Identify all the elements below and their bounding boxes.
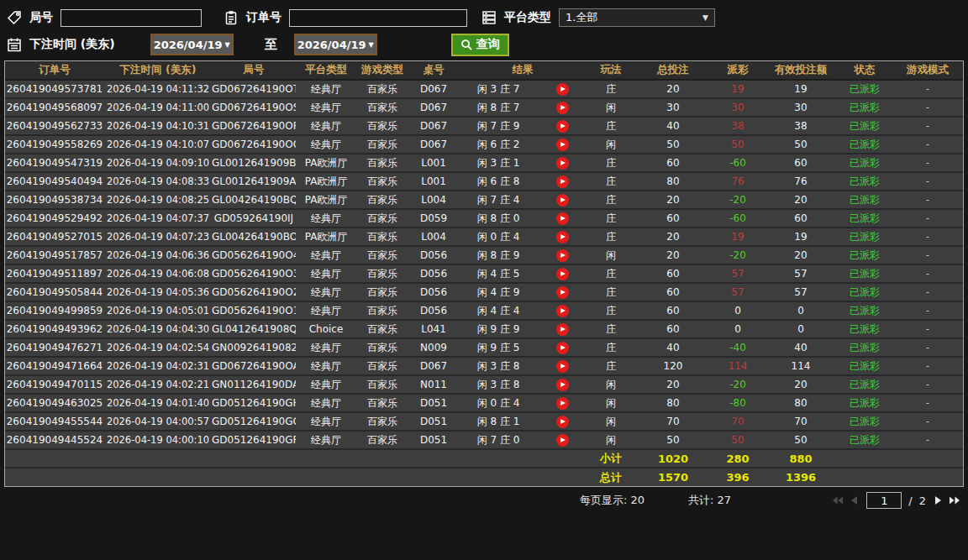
round-id-input[interactable] — [60, 9, 202, 27]
play-icon[interactable] — [556, 83, 569, 96]
play-icon[interactable] — [556, 323, 569, 336]
play-icon[interactable] — [556, 379, 569, 391]
total-bet-cell: 70 — [635, 412, 711, 431]
play-icon[interactable] — [556, 120, 569, 133]
status-cell: 已派彩 — [837, 283, 892, 301]
round-id-cell: GD067264190OA — [212, 357, 296, 375]
bet-time-cell: 2026-04-19 04:11:00 — [104, 98, 212, 117]
play-type-cell: 庄 — [587, 301, 635, 320]
date-from-picker[interactable]: 2026/04/19 ▼ — [150, 34, 234, 55]
payout-cell: -40 — [711, 338, 765, 357]
platform-cell: PA欧洲厅 — [296, 154, 356, 172]
total-bet-cell: 20 — [635, 191, 711, 209]
bet-time-cell: 2026-04-19 04:00:10 — [104, 431, 212, 449]
bet-time-cell: 2026-04-19 04:04:30 — [104, 320, 212, 338]
chevron-down-icon: ▼ — [702, 13, 708, 22]
platform-cell: 经典厅 — [296, 394, 356, 412]
platform-cell: 经典厅 — [296, 283, 356, 301]
order-id-input[interactable] — [289, 9, 467, 27]
play-icon[interactable] — [556, 397, 569, 410]
play-type-cell: 庄 — [587, 320, 635, 338]
play-icon[interactable] — [556, 157, 569, 170]
play-icon[interactable] — [556, 102, 569, 114]
summary-label: 总计 — [587, 468, 635, 486]
bet-time-cell: 2026-04-19 04:09:10 — [104, 154, 212, 172]
payout-cell: 70 — [711, 412, 765, 431]
table-no-cell: D056 — [408, 246, 459, 264]
bet-time-cell: 2026-04-19 04:06:36 — [104, 246, 212, 264]
result-cell: 闲 3 庄 7 — [459, 80, 587, 98]
play-icon[interactable] — [556, 249, 569, 262]
bet-time-cell: 2026-04-19 04:02:54 — [104, 338, 212, 357]
result-cell: 闲 3 庄 1 — [459, 154, 587, 172]
play-icon[interactable] — [556, 416, 569, 428]
table-no-cell: L001 — [408, 172, 459, 191]
play-icon[interactable] — [556, 342, 569, 354]
order-id-cell: 260419049547319 — [5, 154, 104, 172]
platform-type-select[interactable]: 1.全部 ▼ — [559, 8, 715, 27]
order-id-cell: 260419049538734 — [5, 191, 104, 209]
game-type-cell: 百家乐 — [356, 246, 408, 264]
search-button[interactable]: 查询 — [451, 34, 509, 56]
payout-cell: -60 — [711, 209, 765, 228]
table-row: 2604190494630252026-04-19 04:01:40GD0512… — [5, 394, 963, 412]
total-bet-cell: 20 — [635, 246, 711, 264]
play-icon[interactable] — [556, 231, 569, 243]
result-text: 闲 3 庄 8 — [459, 359, 538, 374]
status-cell: 已派彩 — [837, 117, 892, 135]
date-from-value: 2026/04/19 — [154, 39, 223, 51]
play-icon[interactable] — [556, 194, 569, 207]
clipboard-icon — [224, 9, 242, 26]
round-id-cell: GD067264190OT — [212, 80, 296, 98]
total-bet-cell: 20 — [635, 80, 711, 98]
game-mode-cell: - — [892, 264, 963, 283]
status-cell: 已派彩 — [837, 375, 892, 394]
bet-time-cell: 2026-04-19 04:02:31 — [104, 357, 212, 375]
round-id-cell: GD067264190OQ — [212, 135, 296, 154]
valid-bet-cell: 60 — [765, 154, 837, 172]
result-text: 闲 8 庄 0 — [459, 212, 538, 226]
payout-cell: -20 — [711, 191, 765, 209]
bet-time-cell: 2026-04-19 04:07:23 — [104, 228, 212, 246]
table-no-cell: D067 — [408, 80, 459, 98]
summary-total-bet: 1570 — [635, 468, 711, 486]
play-type-cell: 庄 — [587, 338, 635, 357]
play-icon[interactable] — [556, 268, 569, 280]
play-icon[interactable] — [556, 305, 569, 317]
next-page-icon[interactable] — [933, 495, 943, 505]
summary-total-bet: 1020 — [635, 449, 711, 468]
date-to-picker[interactable]: 2026/04/19 ▼ — [294, 34, 377, 55]
order-id-cell: 260419049540494 — [5, 172, 104, 191]
payout-cell: 38 — [711, 117, 765, 135]
valid-bet-cell: 0 — [765, 301, 837, 320]
pagination-bar: 每页显示: 20 共计: 27 / 2 — [0, 487, 968, 514]
game-type-cell: 百家乐 — [356, 154, 408, 172]
play-icon[interactable] — [556, 360, 569, 373]
play-icon[interactable] — [556, 286, 569, 299]
table-no-cell: D067 — [408, 135, 459, 154]
platform-cell: 经典厅 — [296, 431, 356, 449]
game-mode-cell: - — [892, 135, 963, 154]
valid-bet-cell: 114 — [765, 357, 837, 375]
page-input[interactable] — [866, 492, 902, 509]
valid-bet-cell: 60 — [765, 209, 837, 228]
bet-time-cell: 2026-04-19 04:10:31 — [104, 117, 212, 135]
game-type-cell: 百家乐 — [356, 264, 408, 283]
play-type-cell: 闲 — [587, 412, 635, 431]
play-icon[interactable] — [556, 139, 569, 151]
bet-time-cell: 2026-04-19 04:05:01 — [104, 301, 212, 320]
result-cell: 闲 3 庄 8 — [459, 375, 587, 394]
prev-page-icon[interactable] — [850, 495, 860, 505]
play-icon[interactable] — [556, 175, 569, 188]
first-page-icon[interactable] — [833, 495, 843, 505]
round-id-cell: GD067264190OR — [212, 117, 296, 135]
status-cell: 已派彩 — [837, 80, 892, 98]
last-page-icon[interactable] — [950, 495, 960, 505]
result-text: 闲 6 庄 2 — [459, 138, 538, 152]
play-icon[interactable] — [556, 212, 569, 225]
status-cell: 已派彩 — [837, 98, 892, 117]
game-type-cell: 百家乐 — [356, 209, 408, 228]
play-icon[interactable] — [556, 434, 569, 447]
platform-cell: 经典厅 — [296, 98, 356, 117]
table-body: 2604190495737812026-04-19 04:11:32GD0672… — [5, 80, 963, 486]
